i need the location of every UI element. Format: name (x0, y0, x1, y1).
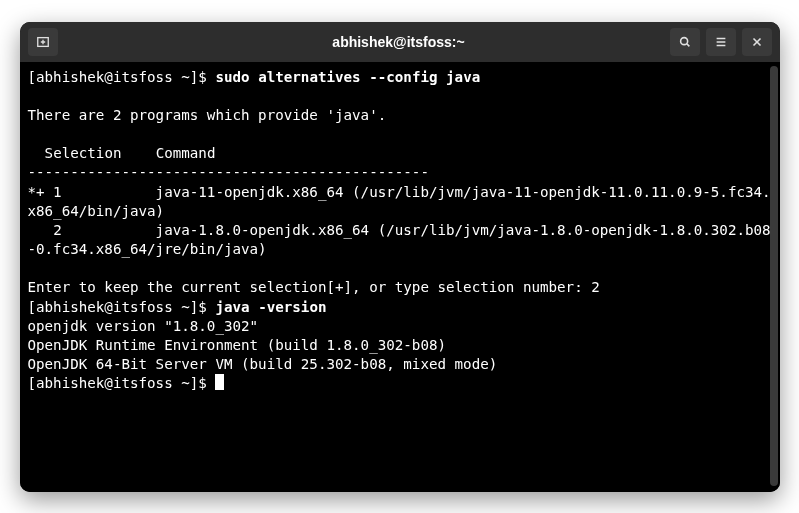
hamburger-icon (714, 35, 728, 49)
prompt: [abhishek@itsfoss ~]$ (28, 299, 216, 315)
output-line: OpenJDK 64-Bit Server VM (build 25.302-b… (28, 356, 498, 372)
new-tab-icon (36, 35, 50, 49)
output-line: openjdk version "1.8.0_302" (28, 318, 259, 334)
search-icon (678, 35, 692, 49)
svg-line-4 (686, 43, 689, 46)
output-line: There are 2 programs which provide 'java… (28, 107, 387, 123)
terminal-body[interactable]: [abhishek@itsfoss ~]$ sudo alternatives … (20, 62, 780, 492)
cursor (215, 374, 224, 390)
close-button[interactable] (742, 28, 772, 56)
output-line: ----------------------------------------… (28, 164, 429, 180)
output-line: 2 java-1.8.0-openjdk.x86_64 (/usr/lib/jv… (28, 222, 771, 257)
new-tab-button[interactable] (28, 28, 58, 56)
close-icon (750, 35, 764, 49)
prompt: [abhishek@itsfoss ~]$ (28, 69, 216, 85)
command-text: java -version (215, 299, 326, 315)
output-line: OpenJDK Runtime Environment (build 1.8.0… (28, 337, 447, 353)
svg-point-3 (680, 37, 687, 44)
prompt: [abhishek@itsfoss ~]$ (28, 375, 216, 391)
menu-button[interactable] (706, 28, 736, 56)
command-text: sudo alternatives --config java (215, 69, 480, 85)
output-line: Enter to keep the current selection[+], … (28, 279, 600, 295)
window-title: abhishek@itsfoss:~ (128, 34, 670, 50)
search-button[interactable] (670, 28, 700, 56)
output-line: *+ 1 java-11-openjdk.x86_64 (/usr/lib/jv… (28, 184, 771, 219)
output-line: Selection Command (28, 145, 216, 161)
titlebar: abhishek@itsfoss:~ (20, 22, 780, 62)
scrollbar[interactable] (770, 66, 778, 486)
terminal-window: abhishek@itsfoss:~ (20, 22, 780, 492)
titlebar-right (670, 28, 772, 56)
titlebar-left (28, 28, 128, 56)
